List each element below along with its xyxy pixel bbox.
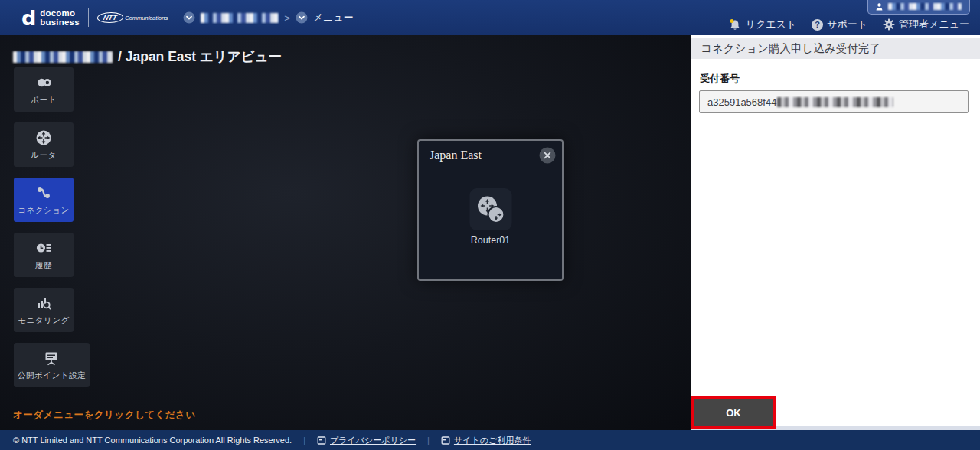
ok-button[interactable]: OK [694,399,773,426]
chevron-down-icon[interactable] [183,11,195,24]
privacy-policy-label: プライバシーポリシー [330,435,416,446]
receipt-number-redacted [777,97,893,107]
router-node-label: Router01 [471,235,510,246]
page-title: / Japan East エリアビュー [13,47,282,66]
page-footer: © NTT Limited and NTT Communications Cor… [0,430,980,450]
sidebar-item-label: 公開ポイント設定 [18,370,86,381]
sidebar-item-label: モニタリング [18,315,69,326]
ntt-oval-icon: NTT [96,12,124,23]
page-title-suffix: / Japan East エリアビュー [118,47,282,66]
request-menu[interactable]: リクエスト [728,18,797,31]
router-node[interactable]: Router01 [469,188,511,246]
logo-line2: business [40,18,79,27]
receipt-number-field[interactable]: a32591a568f44 [699,90,969,113]
support-label: サポート [827,18,867,31]
docomo-d-icon: d [21,8,36,28]
logo-divider [88,8,89,27]
connection-icon [34,184,53,202]
top-navbar: d docomo business NTT Communications > [0,0,980,35]
site-terms-link[interactable]: サイトのご利用条件 [441,435,531,446]
sidebar-item-connection[interactable]: コネクション [14,178,74,222]
external-link-icon [317,435,326,445]
question-circle-icon: ? [812,19,823,31]
gear-icon [883,18,895,31]
sidebar-item-router[interactable]: ルータ [14,122,74,167]
breadcrumb-separator: > [284,12,290,24]
history-icon [34,239,53,257]
bell-icon [728,18,742,31]
tenant-name-redacted[interactable] [201,13,279,23]
router-node-icon [469,188,511,230]
sidebar-item-label: コネクション [18,205,69,216]
ntt-communications-logo: NTT Communications [97,12,168,23]
external-link-icon [441,435,450,445]
site-terms-label: サイトのご利用条件 [454,435,531,446]
breadcrumb: > メニュー [183,11,354,24]
privacy-policy-link[interactable]: プライバシーポリシー [317,435,416,446]
admin-menu[interactable]: 管理者メニュー [883,18,969,31]
ntt-sub-label: Communications [125,15,168,21]
copyright-text: © NTT Limited and NTT Communications Cor… [13,435,292,445]
support-menu[interactable]: ? サポート [812,18,867,31]
user-account-badge[interactable] [867,0,970,15]
receipt-number-label: 受付番号 [700,72,980,86]
chevron-down-icon[interactable] [296,11,308,24]
port-icon [34,73,53,92]
sidebar-item-public-point[interactable]: 公開ポイント設定 [14,343,90,387]
sidebar-item-label: 履歴 [35,260,52,271]
result-panel-title: コネクション購入申し込み受付完了 [691,38,980,59]
user-name-redacted [888,3,962,10]
logo-line1: docomo [40,8,79,18]
receipt-number-value: a32591a568f44 [707,96,776,108]
docomo-business-logo: d docomo business [21,8,80,28]
area-view-card: Japan East [417,139,564,281]
tenant-title-redacted [13,51,113,63]
router-icon [34,129,53,147]
sidebar-item-port[interactable]: ポート [14,67,74,112]
ok-button-highlight: OK [691,396,776,429]
monitoring-icon [34,294,53,312]
sidebar-item-history[interactable]: 履歴 [14,233,74,277]
breadcrumb-menu-label[interactable]: メニュー [313,11,354,24]
sidebar-item-label: ポート [31,95,57,106]
request-label: リクエスト [746,18,797,31]
sidebar-item-monitoring[interactable]: モニタリング [14,288,74,332]
order-menu-hint: オーダメニューをクリックしてください [13,409,196,422]
result-panel: コネクション購入申し込み受付完了 受付番号 a32591a568f44 OK [691,35,980,430]
close-icon[interactable] [539,147,556,164]
admin-menu-label: 管理者メニュー [899,18,969,31]
sidebar-item-label: ルータ [31,150,57,161]
person-icon [874,2,884,12]
order-menu-sidebar: ポート ルータ [14,67,90,387]
public-point-icon [42,349,60,367]
footer-divider: | [427,435,430,445]
area-view-title: Japan East [430,148,482,162]
app-window: d docomo business NTT Communications > [0,0,980,450]
area-canvas: / Japan East エリアビュー ポート [0,35,691,430]
footer-divider: | [303,435,305,445]
